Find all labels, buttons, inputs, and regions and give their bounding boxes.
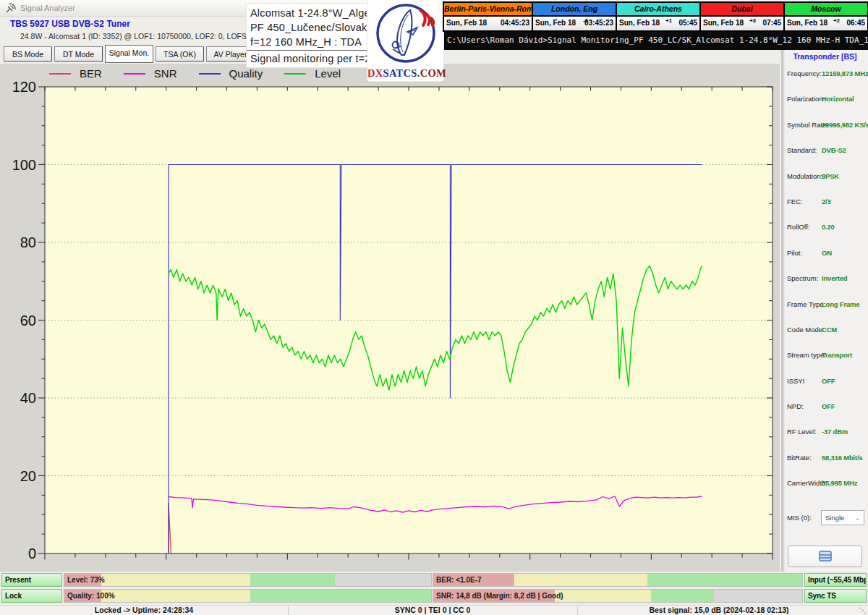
world-clocks-bar: Berlin-Paris-Vienna-RomaSun, Feb 1804:45… — [443, 1, 868, 32]
legend-label: Level — [315, 67, 341, 80]
transponder-row-code-mode: Code Mode:CCM — [782, 318, 868, 343]
param-label: Stream type: — [787, 351, 826, 359]
frequency-line: f=12 160 MHz_H : TDA — [250, 35, 368, 49]
clock-time-display: Sun, Feb 18+206:45 — [785, 17, 867, 30]
window-title: Signal Analyzer — [20, 4, 75, 12]
y-axis-label: 0 — [28, 546, 36, 561]
signal-analyzer-window: { "window": { "title": "Signal Analyzer"… — [0, 0, 868, 615]
chart-panel: BERSNRQualityLevel 020406080100120 — [0, 64, 780, 572]
clock-city-label: London, Eng — [533, 3, 616, 17]
dxsatcs-logo: DXSATCS.COM — [367, 0, 443, 81]
tab-dt-mode[interactable]: DT Mode — [54, 46, 103, 62]
progress-bar-ber: BER: <1.0E-7 — [433, 573, 803, 587]
param-value: Long Frame — [822, 300, 859, 308]
clock-moscow: MoscowSun, Feb 18+206:45 — [785, 3, 867, 30]
y-axis-label: 80 — [20, 234, 36, 250]
clock-time: 07:45 — [762, 19, 781, 27]
logo-text-dx: DX — [367, 67, 383, 79]
param-value: -37 dBm — [822, 428, 848, 436]
transponder-row-fec: FEC:2/3 — [782, 190, 868, 215]
clock-utc-offset: +3 — [749, 17, 756, 24]
param-value: OFF — [822, 377, 835, 385]
param-value: 12159,873 MHz — [822, 69, 868, 77]
tab-tsa-ok[interactable]: TSA (OK) — [156, 46, 204, 62]
satellite-name: Alcomsat 1-24.8°W_Algeria — [250, 6, 368, 20]
clock-time: 05:45 — [678, 19, 697, 27]
legend-item-level: Level — [284, 67, 341, 80]
clock-time-display: Sun, Feb 18-103:45:23 — [533, 17, 616, 30]
legend-item-snr: SNR — [124, 67, 177, 80]
satellite-dish-icon — [5, 2, 17, 14]
clock-date: Sun, Feb 18 — [787, 19, 827, 27]
tuner-subtitle: 24.8W - Alcomsat 1 (ID: 3352) @ LOF1: 10… — [20, 32, 262, 41]
clock-date: Sun, Feb 18 — [703, 19, 744, 27]
progress-segment — [555, 590, 651, 602]
y-axis-label: 20 — [20, 468, 36, 484]
legend-label: BER — [80, 67, 102, 80]
status-badge-lock: Lock — [1, 589, 62, 603]
tabs-row: BS ModeDT ModeSignal Mon.TSA (OK)AV Play… — [4, 46, 255, 63]
progress-segment — [101, 590, 250, 602]
resize-grip[interactable]: ⋱ — [859, 606, 867, 614]
transponder-header: Transponder [BS] — [782, 52, 868, 61]
clock-cairo-athens: Cairo-AthensSun, Feb 18+105:45 — [617, 3, 701, 30]
param-value: Inverted — [822, 274, 847, 282]
progress-segment — [250, 590, 431, 602]
antenna-location: PF 450_Lučenec/Slovakia — [250, 20, 368, 35]
param-label: Frequency: — [787, 69, 822, 77]
transponder-panel: Transponder [BS] Frequency:12159,873 MHz… — [781, 50, 868, 572]
console-output: C:\Users\Roman Dávid>Signal Monitoring_P… — [443, 30, 868, 50]
tuner-title: TBS 5927 USB DVB-S2 Tuner — [10, 19, 130, 29]
clock-date: Sun, Feb 18 — [535, 19, 576, 27]
chevron-down-icon: ⌄ — [855, 511, 861, 525]
transponder-row-modulation: Modulation:8PSK — [782, 164, 868, 190]
param-label: Spectrum: — [787, 274, 818, 282]
transponder-row-carrierwidth: CarrierWidth:35,995 MHz — [782, 471, 868, 496]
status-badge-input-55-45-mbps: Input (~55,45 Mbps) — [804, 573, 867, 587]
param-value: 35,995 MHz — [822, 479, 857, 487]
stream-tool-button[interactable] — [788, 546, 862, 567]
tab-bs-mode[interactable]: BS Mode — [4, 46, 52, 62]
progress-segment — [514, 574, 647, 586]
clock-city-label: Berlin-Paris-Vienna-Roma — [444, 3, 532, 17]
transponder-row-bitrate: BitRate:58,316 Mbit/s — [782, 446, 868, 471]
logo-text-satcs: SATCS — [383, 67, 417, 79]
monitoring-info-box: Alcomsat 1-24.8°W_Algeria PF 450_Lučenec… — [247, 4, 370, 67]
transponder-row-issyi: ISSYIOFF — [782, 369, 868, 394]
logo-text-com: .COM — [417, 67, 446, 79]
tab-signal-mon[interactable]: Signal Mon. — [105, 45, 153, 63]
transponder-row-standard: Standard:DVB-S2 — [782, 138, 868, 164]
transponder-row-stream-type: Stream type:Transport — [782, 343, 868, 368]
transponder-row-spectrum: Spectrum:Inverted — [782, 266, 868, 292]
table-icon — [819, 551, 832, 561]
clock-city-label: Cairo-Athens — [617, 3, 699, 17]
statusbar: Locked -> Uptime: 24:28:34 SYNC 0 | TEI … — [0, 605, 868, 615]
status-row-2: LockQuality: 100%SNR: 14,8 dB (Margin: 8… — [0, 589, 868, 603]
progress-bar-label: Quality: 100% — [67, 590, 115, 602]
y-axis-label: 120 — [12, 79, 36, 95]
mis-row: MIS (0): Single ⌄ — [782, 509, 868, 527]
transponder-row-rf-level: RF Level:-37 dBm — [782, 420, 868, 445]
clock-date: Sun, Feb 18 — [619, 19, 660, 27]
clock-time: 06:45 — [846, 19, 865, 27]
param-value: 58,316 Mbit/s — [822, 454, 863, 462]
clock-time-display: Sun, Feb 1804:45:23 — [444, 17, 532, 30]
transponder-row-npd: NPD:OFF — [782, 394, 868, 420]
mis-dropdown[interactable]: Single ⌄ — [821, 510, 864, 525]
transponder-row-pilot: Pilot:ON — [782, 241, 868, 266]
logo-text: DXSATCS.COM — [367, 67, 443, 80]
param-label: ISSYI — [787, 377, 804, 385]
transponder-row-frequency: Frequency:12159,873 MHz — [782, 62, 868, 87]
status-badge-sync-ts: Sync TS — [804, 589, 867, 603]
progress-segment — [101, 574, 250, 586]
legend-item-quality: Quality — [199, 67, 263, 80]
param-value: 8PSK — [822, 172, 839, 180]
param-label: Frame Type: — [787, 300, 825, 308]
param-value: Horizontal — [822, 95, 854, 103]
mis-label: MIS (0): — [787, 514, 812, 522]
param-value: 2/3 — [822, 198, 831, 205]
progress-bar-quality: Quality: 100% — [64, 589, 432, 603]
monitoring-period: Signal monitoring per t=24h — [250, 51, 368, 66]
signal-chart: 020406080100120 — [0, 64, 780, 572]
transponder-row-frame-type: Frame Type:Long Frame — [782, 292, 868, 318]
